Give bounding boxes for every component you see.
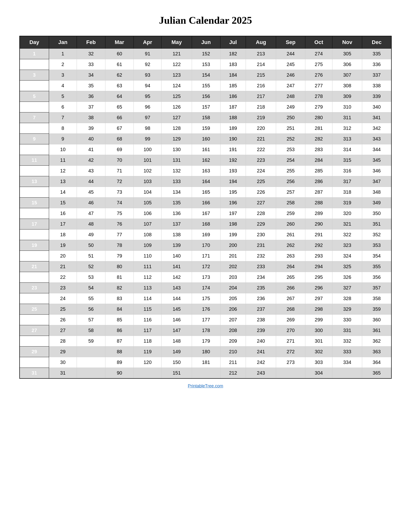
cell-aug: 224 [246, 166, 276, 176]
cell-feb: 42 [77, 155, 105, 166]
cell-dec: 358 [362, 293, 392, 304]
cell-feb [77, 368, 105, 379]
cell-oct: 299 [305, 315, 332, 325]
cell-sep: 273 [276, 357, 305, 368]
cell-mar: 70 [105, 155, 134, 166]
cell-feb: 45 [77, 187, 105, 198]
cell-sep: 264 [276, 261, 305, 272]
cell-day: 13 [19, 176, 49, 187]
cell-day: 19 [19, 240, 49, 251]
cell-feb: 56 [77, 304, 105, 315]
cell-nov: 323 [332, 240, 362, 251]
cell-day: 2 [19, 59, 49, 70]
table-row: 55366495125156186217248278309339 [19, 91, 392, 102]
table-row: 27275886117147178208239270300331361 [19, 325, 392, 336]
cell-day: 18 [19, 229, 49, 240]
cell-feb: 37 [77, 102, 105, 113]
cell-may: 135 [161, 198, 192, 208]
cell-aug: 219 [246, 113, 276, 123]
cell-dec: 336 [362, 59, 392, 70]
column-header-day: Day [19, 36, 49, 49]
cell-mar: 76 [105, 219, 134, 229]
cell-nov: 312 [332, 123, 362, 134]
cell-apr: 93 [134, 70, 161, 81]
cell-sep: 256 [276, 176, 305, 187]
column-header-jan: Jan [49, 36, 77, 49]
cell-jan: 16 [49, 208, 77, 219]
cell-may: 122 [161, 59, 192, 70]
cell-nov: 310 [332, 102, 362, 113]
cell-dec: 354 [362, 251, 392, 261]
cell-day: 25 [19, 304, 49, 315]
cell-mar: 88 [105, 347, 134, 357]
cell-jan: 31 [49, 368, 77, 379]
cell-jan: 18 [49, 229, 77, 240]
cell-day: 27 [19, 325, 49, 336]
cell-oct: 281 [305, 123, 332, 134]
cell-mar: 81 [105, 272, 134, 283]
cell-oct: 297 [305, 293, 332, 304]
cell-apr [134, 368, 161, 379]
cell-mar: 78 [105, 240, 134, 251]
cell-jan: 28 [49, 336, 77, 347]
cell-jan: 9 [49, 134, 77, 144]
cell-aug: 214 [246, 59, 276, 70]
cell-mar: 80 [105, 261, 134, 272]
cell-jan: 26 [49, 315, 77, 325]
cell-mar: 65 [105, 102, 134, 113]
cell-jan: 2 [49, 59, 77, 70]
cell-jan: 25 [49, 304, 77, 315]
cell-aug: 230 [246, 229, 276, 240]
table-row: 77386697127158188219250280311341 [19, 113, 392, 123]
cell-aug: 235 [246, 283, 276, 293]
cell-day: 24 [19, 293, 49, 304]
cell-aug: 239 [246, 325, 276, 336]
cell-dec: 340 [362, 102, 392, 113]
cell-dec: 359 [362, 304, 392, 315]
cell-mar: 85 [105, 315, 134, 325]
cell-oct: 300 [305, 325, 332, 336]
cell-jun: 177 [192, 315, 220, 325]
cell-mar: 61 [105, 59, 134, 70]
cell-jan: 19 [49, 240, 77, 251]
column-header-nov: Nov [332, 36, 362, 49]
cell-nov: 325 [332, 261, 362, 272]
table-row: 99406899129160190221252282313343 [19, 134, 392, 144]
column-header-dec: Dec [362, 36, 392, 49]
table-row: 17174876107137168198229260290321351 [19, 219, 392, 229]
cell-sep: 261 [276, 229, 305, 240]
cell-jan: 22 [49, 272, 77, 283]
cell-jun: 161 [192, 144, 220, 155]
cell-apr: 104 [134, 187, 161, 198]
cell-may: 131 [161, 155, 192, 166]
cell-may: 145 [161, 304, 192, 315]
cell-sep: 252 [276, 134, 305, 144]
cell-may: 124 [161, 81, 192, 91]
cell-oct: 278 [305, 91, 332, 102]
cell-nov: 317 [332, 176, 362, 187]
cell-jun: 176 [192, 304, 220, 315]
cell-may: 136 [161, 208, 192, 219]
cell-dec: 351 [362, 219, 392, 229]
cell-jul: 188 [220, 113, 246, 123]
cell-apr: 120 [134, 357, 161, 368]
cell-jan: 15 [49, 198, 77, 208]
cell-may: 143 [161, 283, 192, 293]
footer-link[interactable]: PrintableTree.com [188, 383, 223, 389]
cell-aug: 229 [246, 219, 276, 229]
cell-day: 12 [19, 166, 49, 176]
cell-sep: 267 [276, 293, 305, 304]
cell-sep: 270 [276, 325, 305, 336]
cell-feb: 59 [77, 336, 105, 347]
cell-jun [192, 368, 220, 379]
cell-dec: 361 [362, 325, 392, 336]
cell-oct: 295 [305, 272, 332, 283]
cell-oct: 277 [305, 81, 332, 91]
table-row: 33346293123154184215246276307337 [19, 70, 392, 81]
cell-day: 5 [19, 91, 49, 102]
cell-apr: 102 [134, 166, 161, 176]
cell-apr: 117 [134, 325, 161, 336]
cell-apr: 110 [134, 251, 161, 261]
cell-feb: 39 [77, 123, 105, 134]
cell-jun: 174 [192, 283, 220, 293]
